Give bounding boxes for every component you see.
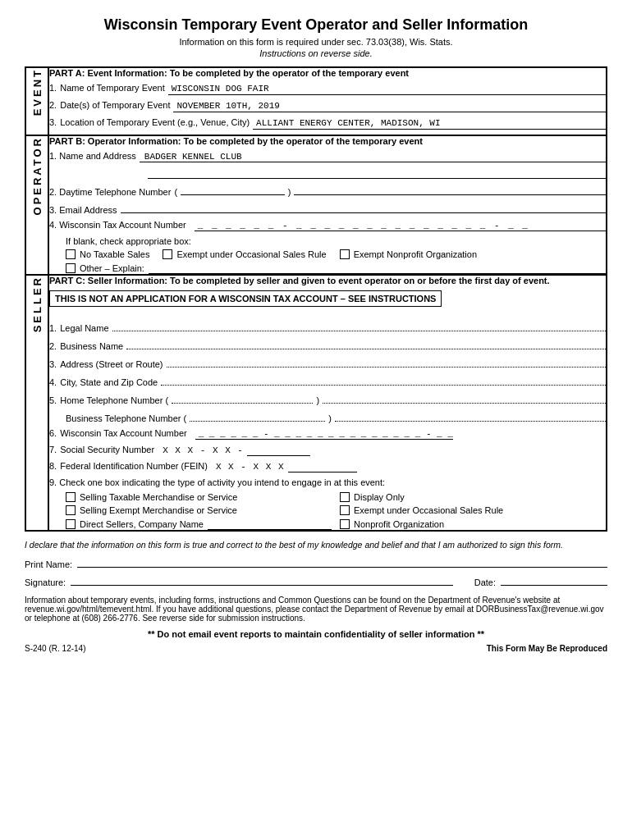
checkbox-other-label: Other – Explain:: [80, 263, 144, 273]
activity-check-label: 9. Check one box indicating the type of …: [49, 477, 606, 487]
checkbox-other-icon: [66, 263, 76, 273]
cb-exempt-occasional-seller-label: Exempt under Occasional Sales Rule: [354, 505, 503, 515]
seller-biz-phone-close: ): [328, 413, 332, 423]
cb-selling-taxable[interactable]: Selling Taxable Merchandise or Service: [66, 492, 332, 502]
checkbox-other[interactable]: Other – Explain:: [66, 262, 606, 274]
seller-biz-phone-label: Business Telephone Number (: [66, 413, 186, 423]
cb-exempt-occasional-seller[interactable]: Exempt under Occasional Sales Rule: [340, 505, 606, 515]
checkbox-exempt-occasional-icon: [163, 249, 172, 259]
cb-display-only[interactable]: Display Only: [340, 492, 606, 502]
signature-field[interactable]: [71, 574, 453, 586]
seller-address-field[interactable]: [167, 356, 606, 368]
event-location-field[interactable]: ALLIANT ENERGY CENTER, MADISON, WI: [253, 118, 606, 130]
seller-ssn-dashes: [247, 445, 310, 456]
print-name-label: Print Name:: [25, 559, 72, 569]
checkbox-exempt-nonprofit[interactable]: Exempt Nonprofit Organization: [340, 249, 477, 259]
cb-nonprofit-icon: [340, 519, 350, 529]
checkbox-exempt-occasional[interactable]: Exempt under Occasional Sales Rule: [163, 249, 326, 259]
event-dates-label: Date(s) of Temporary Event: [60, 100, 170, 110]
seller-home-phone-num: 5.: [49, 395, 57, 405]
signature-label: Signature:: [25, 578, 66, 587]
seller-biz-phone-field[interactable]: [190, 410, 325, 422]
op-phone-field[interactable]: [181, 184, 285, 195]
checkbox-exempt-occasional-label: Exempt under Occasional Sales Rule: [176, 249, 326, 259]
email-link[interactable]: DORBusinessTax@revenue.wi.gov: [476, 605, 604, 614]
page-title: Wisconsin Temporary Event Operator and S…: [25, 16, 607, 34]
seller-legal-name-label: Legal Name: [60, 323, 108, 333]
op-phone-paren-close: ): [288, 187, 291, 197]
cb-selling-exempt-label: Selling Exempt Merchandise or Service: [80, 505, 237, 515]
date-label: Date:: [474, 578, 496, 587]
seller-wi-tax-field[interactable]: _ _ _ _ _ _ - _ _ _ _ _ _ _ _ _ _ _ _ _ …: [195, 429, 453, 440]
cb-selling-taxable-icon: [66, 492, 76, 502]
part-b-header: PART B: Operator Information: To be comp…: [49, 136, 606, 146]
seller-wi-tax-num: 6.: [49, 428, 57, 438]
not-application-box: THIS IS NOT AN APPLICATION FOR A WISCONS…: [49, 290, 442, 307]
revenue-link[interactable]: revenue.wi.gov/html/temevent.html: [25, 605, 152, 614]
op-name-address-label: 1. Name and Address: [49, 151, 136, 161]
seller-side-label: SELLER: [31, 276, 44, 332]
seller-city-num: 4.: [49, 377, 57, 387]
event-dates-field[interactable]: NOVEMBER 10TH, 2019: [173, 101, 606, 112]
event-side-label: EVENT: [31, 68, 44, 116]
cb-direct-sellers-label: Direct Sellers, Company Name: [80, 519, 204, 529]
declaration-text: I declare that the information on this f…: [25, 540, 607, 550]
cb-selling-exempt[interactable]: Selling Exempt Merchandise or Service: [66, 505, 332, 515]
seller-home-phone-field[interactable]: [172, 392, 313, 404]
page-instructions: Instructions on reverse side.: [25, 48, 607, 58]
op-phone-label: 2. Daytime Telephone Number: [49, 187, 171, 197]
if-blank-label: If blank, check appropriate box:: [66, 236, 606, 246]
seller-home-phone-label: Home Telephone Number (: [60, 395, 168, 405]
event-name-label: Name of Temporary Event: [60, 83, 165, 93]
seller-fein-label: Federal Identification Number (FEIN): [60, 461, 208, 471]
seller-home-phone-close: ): [316, 395, 319, 405]
cb-direct-sellers[interactable]: Direct Sellers, Company Name: [66, 518, 332, 530]
cb-selling-exempt-icon: [66, 505, 76, 515]
op-email-label: 3. Email Address: [49, 205, 117, 215]
seller-legal-name-field[interactable]: [112, 320, 606, 331]
other-explain-field[interactable]: [149, 262, 606, 274]
seller-biz-name-num: 2.: [49, 341, 57, 351]
event-location-num: 3.: [49, 117, 57, 127]
seller-fein-field[interactable]: X X - X X X: [216, 462, 285, 472]
op-name-address-field[interactable]: BADGER KENNEL CLUB: [140, 152, 606, 162]
seller-fein-num: 8.: [49, 461, 57, 471]
seller-city-field[interactable]: [161, 374, 606, 386]
seller-address-label: Address (Street or Route): [60, 359, 163, 369]
op-tax-field[interactable]: _ _ _ _ _ _ - _ _ _ _ _ _ _ _ _ _ _ _ _ …: [195, 221, 606, 231]
cb-selling-taxable-label: Selling Taxable Merchandise or Service: [80, 492, 237, 502]
cb-exempt-occasional-seller-icon: [340, 505, 350, 515]
seller-biz-name-label: Business Name: [60, 341, 123, 351]
print-name-field[interactable]: [77, 556, 607, 568]
op-email-field[interactable]: [121, 202, 606, 213]
seller-ssn-label: Social Security Number: [60, 445, 154, 454]
cb-display-only-label: Display Only: [354, 492, 405, 502]
seller-ssn-field[interactable]: X X X - X X -: [163, 445, 244, 455]
checkbox-no-taxable-sales[interactable]: No Taxable Sales: [66, 249, 149, 259]
form-number: S-240 (R. 12-14): [25, 644, 85, 653]
page-subtitle: Information on this form is required und…: [25, 37, 607, 47]
checkbox-no-taxable-icon: [66, 249, 76, 259]
operator-side-label: OPERATOR: [31, 136, 44, 215]
cb-nonprofit-label: Nonprofit Organization: [354, 519, 444, 529]
event-name-num: 1.: [49, 83, 57, 93]
seller-biz-name-field[interactable]: [126, 338, 606, 349]
event-name-field[interactable]: WISCONSIN DOG FAIR: [168, 84, 606, 95]
seller-ssn-num: 7.: [49, 445, 57, 454]
op-tax-label: 4. Wisconsin Tax Account Number: [49, 220, 186, 230]
footer-info-text: Information about temporary events, incl…: [25, 596, 607, 623]
seller-wi-tax-label: Wisconsin Tax Account Number: [60, 428, 186, 438]
event-dates-num: 2.: [49, 100, 57, 110]
seller-fein-dashes: [288, 462, 357, 472]
date-field[interactable]: [501, 574, 607, 586]
email-note: ** Do not email event reports to maintai…: [25, 629, 607, 639]
seller-city-label: City, State and Zip Code: [60, 377, 158, 387]
cb-display-only-icon: [340, 492, 350, 502]
checkbox-no-taxable-label: No Taxable Sales: [80, 249, 149, 259]
checkbox-exempt-nonprofit-icon: [340, 249, 350, 259]
part-a-header: PART A: Event Information: To be complet…: [49, 68, 606, 78]
checkbox-exempt-nonprofit-label: Exempt Nonprofit Organization: [354, 249, 477, 259]
cb-direct-sellers-icon: [66, 519, 76, 529]
cb-nonprofit[interactable]: Nonprofit Organization: [340, 518, 606, 530]
part-c-header: PART C: Seller Information: To be comple…: [49, 276, 606, 285]
